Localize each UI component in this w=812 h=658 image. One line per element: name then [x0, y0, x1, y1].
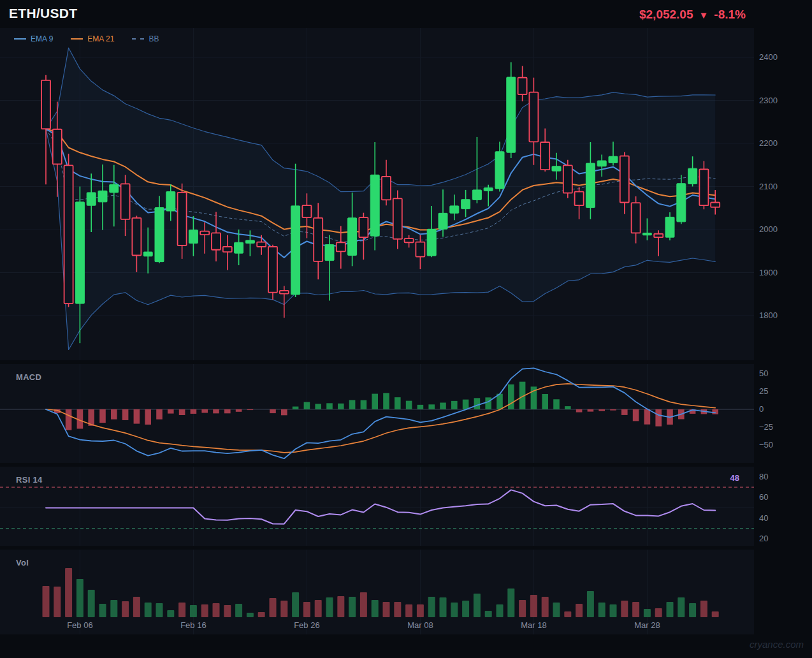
price-axis-label: 2000 — [759, 224, 778, 234]
time-axis-label: Mar 18 — [521, 620, 546, 630]
candle-body — [665, 217, 674, 237]
macd-histogram-bar — [293, 407, 299, 409]
down-arrow-icon: ▼ — [699, 10, 709, 20]
macd-histogram-bar — [451, 401, 458, 409]
candle-body — [405, 238, 414, 242]
rsi-panel: RSI 14 48 — [0, 467, 754, 546]
candle-body — [439, 213, 447, 229]
macd-histogram-bar — [236, 409, 242, 412]
candle-body — [484, 188, 493, 191]
rsi-axis-label: 80 — [759, 472, 768, 481]
volume-bar — [190, 605, 197, 617]
volume-bar — [122, 601, 129, 617]
macd-histogram-bar — [576, 409, 583, 413]
candlestick-chart[interactable] — [0, 28, 754, 360]
candle-body — [416, 242, 424, 257]
macd-panel: MACD — [0, 364, 754, 463]
candle-body — [609, 156, 618, 163]
macd-histogram-bar — [168, 409, 174, 414]
macd-histogram-bar — [440, 402, 446, 409]
volume-bar — [632, 602, 639, 617]
legend-item-bb[interactable]: BB — [132, 34, 159, 43]
volume-bar — [417, 604, 424, 617]
candle-body — [540, 142, 549, 170]
legend: EMA 9 EMA 21 BB — [14, 34, 159, 43]
macd-histogram-bar — [383, 393, 389, 409]
volume-bar — [564, 611, 571, 617]
candle-body — [337, 242, 345, 251]
macd-histogram-bar — [406, 401, 412, 409]
ticker-price: $2,052.05 ▼ -8.1% — [639, 8, 746, 22]
legend-item-ema9[interactable]: EMA 9 — [14, 34, 53, 43]
candle-body — [348, 218, 357, 256]
candle-body — [632, 203, 641, 233]
candle-body — [699, 170, 708, 206]
macd-histogram-bar — [542, 394, 548, 409]
volume-bar — [65, 568, 72, 617]
macd-histogram-bar — [99, 409, 106, 423]
macd-histogram-bar — [372, 394, 378, 409]
volume-bar — [247, 613, 254, 617]
candle-body — [359, 217, 368, 237]
volume-bar — [349, 597, 356, 617]
volume-bar — [428, 597, 435, 617]
volume-bar — [258, 612, 265, 617]
candle-body — [370, 175, 379, 236]
price-axis-label: 2100 — [759, 182, 778, 191]
candle-body — [280, 291, 289, 294]
candle-body — [110, 184, 119, 193]
volume-bar — [133, 597, 140, 617]
macd-axis-label: 50 — [759, 369, 768, 378]
volume-label: Vol — [16, 558, 29, 567]
volume-bar — [621, 601, 628, 617]
candle-body — [223, 247, 232, 252]
candle-body — [620, 156, 629, 203]
volume-bar — [337, 596, 344, 617]
volume-bar — [610, 604, 617, 617]
candle-body — [178, 193, 187, 245]
candle-body — [64, 165, 73, 303]
volume-bar — [497, 604, 504, 617]
volume-bar — [451, 603, 458, 617]
candle-body — [53, 129, 62, 164]
candle-body — [507, 77, 516, 152]
macd-histogram-bar — [224, 409, 231, 413]
volume-bar — [270, 598, 277, 617]
macd-histogram-bar — [156, 409, 163, 420]
legend-label: EMA 21 — [87, 34, 114, 43]
macd-histogram-bar — [111, 409, 117, 420]
macd-histogram-bar — [644, 409, 651, 425]
volume-bar — [292, 592, 299, 617]
volume-bar — [224, 605, 231, 617]
candle-body — [132, 218, 141, 256]
volume-bar — [712, 611, 719, 617]
candle-body — [472, 190, 481, 200]
candle-body — [87, 193, 96, 205]
candle-body — [518, 78, 527, 94]
macd-histogram-bar — [213, 409, 219, 413]
candle-body — [654, 234, 663, 237]
macd-chart[interactable] — [0, 364, 754, 463]
volume-bar — [303, 602, 310, 617]
candle-body — [563, 165, 572, 193]
rsi-chart[interactable] — [0, 467, 754, 546]
rsi-label: RSI 14 — [16, 475, 43, 485]
legend-item-ema21[interactable]: EMA 21 — [71, 34, 114, 43]
candle-body — [427, 229, 436, 256]
volume-bar — [315, 600, 322, 617]
price-axis-label: 1800 — [759, 311, 778, 320]
macd-histogram-bar — [179, 409, 185, 415]
volume-bar — [99, 604, 106, 617]
candle-body — [268, 247, 277, 293]
volume-bar — [644, 609, 651, 617]
candle-body — [235, 242, 243, 253]
candle-body — [212, 233, 221, 249]
volume-bar — [507, 589, 514, 617]
macd-axis-label: 25 — [759, 386, 768, 396]
time-axis-label: Feb 16 — [180, 620, 206, 630]
candle-body — [291, 206, 300, 295]
ema9-swatch-icon — [14, 38, 26, 40]
price-axis-label: 2300 — [759, 96, 778, 105]
macd-histogram-bar — [655, 409, 662, 427]
candle-body — [257, 242, 266, 247]
